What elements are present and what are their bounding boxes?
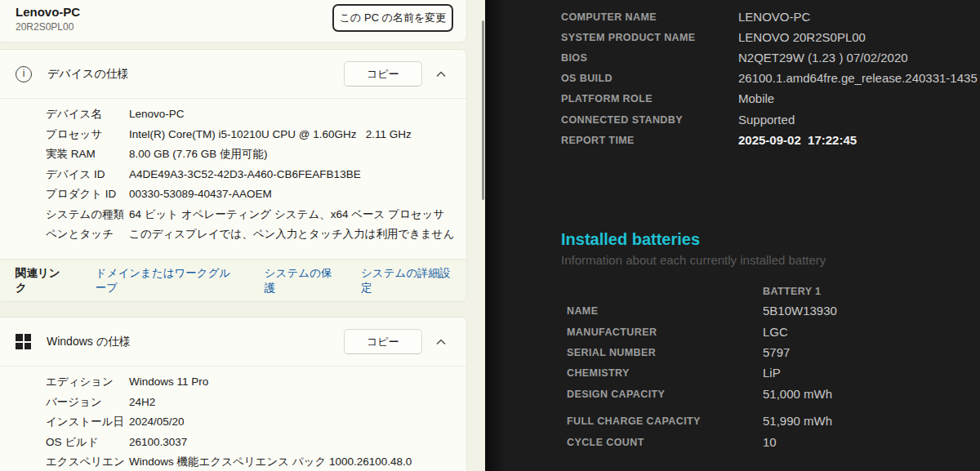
report-label: CONNECTED STANDBY xyxy=(561,114,683,126)
spec-value: 24H2 xyxy=(129,395,455,411)
link-system-protection[interactable]: システムの保護 xyxy=(265,266,336,295)
report-label: SYSTEM PRODUCT NAME xyxy=(561,32,696,43)
windows-logo-icon xyxy=(16,334,31,349)
spec-value: このディスプレイでは、ペン入力とタッチ入力は利用できません xyxy=(129,227,455,242)
battery-value: 5797 xyxy=(763,345,790,359)
battery-row: MANUFACTURER LGC xyxy=(485,325,980,343)
installed-batteries-heading: Installed batteries xyxy=(561,230,700,249)
spec-label: プロダクト ID xyxy=(46,187,129,202)
battery-value: LiP xyxy=(763,366,781,380)
report-label: OS BUILD xyxy=(561,73,612,84)
battery-label: FULL CHARGE CAPACITY xyxy=(567,415,701,427)
report-value: N2QET29W (1.23 ) 07/02/2020 xyxy=(738,51,908,64)
report-value: Mobile xyxy=(738,91,774,105)
report-time-value: 2025-09-02 17:22:45 xyxy=(738,133,857,147)
battery-label: MANUFACTURER xyxy=(567,327,657,338)
spec-label: デバイス名 xyxy=(46,107,129,122)
spec-value: Lenovo-PC xyxy=(129,107,455,122)
chevron-up-icon xyxy=(436,335,446,348)
report-value: Supported xyxy=(738,113,795,127)
installed-batteries-subtitle: Information about each currently install… xyxy=(561,253,826,267)
report-row: OS BUILD 26100.1.amd64fre.ge_release.240… xyxy=(485,71,980,89)
windows-spec-copy-button[interactable]: コピー xyxy=(344,329,422,354)
windows-spec-header: Windows の仕様 コピー xyxy=(0,318,466,366)
battery-value: 51,990 mWh xyxy=(763,414,832,428)
spec-value: Intel(R) Core(TM) i5-10210U CPU @ 1.60GH… xyxy=(129,127,455,143)
spec-label: エクスペリエンス xyxy=(46,455,129,471)
spec-row: インストール日 2024/05/20 xyxy=(0,412,466,433)
spec-label: 実装 RAM xyxy=(46,147,129,162)
device-spec-copy-button[interactable]: コピー xyxy=(344,61,422,87)
spec-label: インストール日 xyxy=(46,415,129,430)
battery-label: DESIGN CAPACITY xyxy=(567,389,665,400)
windows-spec-card: Windows の仕様 コピー エディション Windows 11 Pro バー… xyxy=(0,317,467,471)
spec-value: Windows 11 Pro xyxy=(129,375,455,390)
battery-label: SERIAL NUMBER xyxy=(567,347,656,358)
report-row: REPORT TIME 2025-09-02 17:22:45 xyxy=(485,133,980,151)
battery-row: SERIAL NUMBER 5797 xyxy=(485,345,980,363)
battery-label: NAME xyxy=(567,305,598,317)
report-label: REPORT TIME xyxy=(561,135,635,146)
info-icon: i xyxy=(16,66,32,82)
report-label: PLATFORM ROLE xyxy=(561,93,653,104)
spec-row: デバイス名 Lenovo-PC xyxy=(0,104,466,125)
spec-label: システムの種類 xyxy=(46,207,129,223)
device-spec-body: デバイス名 Lenovo-PC プロセッサ Intel(R) Core(TM) … xyxy=(0,98,466,245)
spec-value: 64 ビット オペレーティング システム、x64 ベース プロセッサ xyxy=(129,207,455,223)
chevron-up-icon xyxy=(436,68,446,80)
report-row: SYSTEM PRODUCT NAME LENOVO 20R2S0PL00 xyxy=(485,30,980,48)
report-value: 26100.1.amd64fre.ge_release.240331-1435 xyxy=(738,71,978,85)
spec-row: OS ビルド 26100.3037 xyxy=(0,433,466,453)
report-value: LENOVO 20R2S0PL00 xyxy=(738,30,866,44)
settings-about-page: Lenovo-PC 20R2S0PL00 この PC の名前を変更 i デバイス… xyxy=(0,0,485,471)
spec-row: プロダクト ID 00330-53089-40437-AAOEM xyxy=(0,184,466,205)
spec-value: 8.00 GB (7.76 GB 使用可能) xyxy=(129,147,455,162)
report-row: COMPUTER NAME LENOVO-PC xyxy=(485,10,980,28)
battery-value: LGC xyxy=(763,325,788,339)
report-row: PLATFORM ROLE Mobile xyxy=(485,91,980,109)
spec-row: ペンとタッチ このディスプレイでは、ペン入力とタッチ入力は利用できません xyxy=(0,224,466,245)
report-row: BIOS N2QET29W (1.23 ) 07/02/2020 xyxy=(485,51,980,69)
spec-label: デバイス ID xyxy=(46,167,129,183)
spec-row: システムの種類 64 ビット オペレーティング システム、x64 ベース プロセ… xyxy=(0,205,466,225)
battery-label: CHEMISTRY xyxy=(567,367,630,379)
report-label: BIOS xyxy=(561,52,587,64)
spec-value: Windows 機能エクスペリエンス パック 1000.26100.48.0 xyxy=(129,455,455,470)
device-name-heading: Lenovo-PC xyxy=(16,5,80,19)
windows-spec-title: Windows の仕様 xyxy=(47,335,131,349)
windows-spec-body: エディション Windows 11 Pro バージョン 24H2 インストール日… xyxy=(0,366,466,471)
spec-label: OS ビルド xyxy=(46,435,129,451)
battery-row: CYCLE COUNT 10 xyxy=(485,435,980,453)
spec-label: プロセッサ xyxy=(46,127,129,143)
spec-row: エディション Windows 11 Pro xyxy=(0,372,466,393)
device-model-text: 20R2S0PL00 xyxy=(16,21,74,33)
report-row: CONNECTED STANDBY Supported xyxy=(485,113,980,131)
spec-row: デバイス ID A4DE49A3-3C52-42D3-A460-CB6FEAFB… xyxy=(0,165,466,185)
device-spec-collapse-button[interactable] xyxy=(429,62,453,87)
device-spec-card: i デバイスの仕様 コピー デバイス名 Lenovo-PC プロセッサ Inte… xyxy=(0,49,467,302)
battery-row: NAME 5B10W13930 xyxy=(485,304,980,322)
report-label: COMPUTER NAME xyxy=(561,11,657,23)
link-domain-or-workgroup[interactable]: ドメインまたはワークグループ xyxy=(96,266,240,295)
battery-column-header: BATTERY 1 xyxy=(763,286,821,297)
battery-row: CHEMISTRY LiP xyxy=(485,366,980,384)
device-spec-header: i デバイスの仕様 コピー xyxy=(0,50,466,98)
link-advanced-system-settings[interactable]: システムの詳細設定 xyxy=(361,266,453,295)
battery-report-page: COMPUTER NAME LENOVO-PC SYSTEM PRODUCT N… xyxy=(485,0,980,471)
battery-row: DESIGN CAPACITY 51,000 mWh xyxy=(485,387,980,405)
spec-row: 実装 RAM 8.00 GB (7.76 GB 使用可能) xyxy=(0,144,466,165)
spec-value: A4DE49A3-3C52-42D3-A460-CB6FEAFB13BE xyxy=(129,167,455,183)
battery-value: 51,000 mWh xyxy=(763,387,832,401)
battery-value: 10 xyxy=(763,435,777,449)
battery-label: CYCLE COUNT xyxy=(567,437,644,448)
report-value: LENOVO-PC xyxy=(738,10,810,24)
device-header-card: Lenovo-PC 20R2S0PL00 この PC の名前を変更 xyxy=(0,0,467,42)
related-links-row: 関連リンク ドメインまたはワークグループ システムの保護 システムの詳細設定 xyxy=(0,259,466,301)
spec-value: 26100.3037 xyxy=(129,435,455,451)
device-spec-title: デバイスの仕様 xyxy=(47,67,129,82)
windows-spec-collapse-button[interactable] xyxy=(429,330,453,354)
settings-scrollbar-thumb[interactable] xyxy=(482,20,484,200)
rename-pc-button[interactable]: この PC の名前を変更 xyxy=(332,4,453,32)
spec-label: ペンとタッチ xyxy=(46,227,129,242)
spec-value: 00330-53089-40437-AAOEM xyxy=(129,187,455,202)
